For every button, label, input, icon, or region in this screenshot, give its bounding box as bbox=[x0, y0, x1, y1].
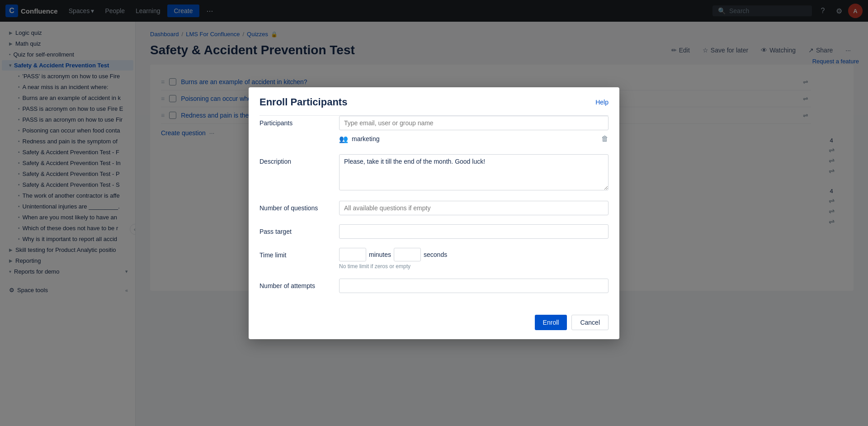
time-limit-inputs: 10 minutes 0 seconds bbox=[339, 248, 609, 261]
num-attempts-row: Number of attempts 2 bbox=[259, 279, 609, 293]
minutes-label: minutes bbox=[369, 251, 391, 258]
num-attempts-control: 2 bbox=[339, 279, 609, 293]
description-row: Description Please, take it till the end… bbox=[259, 154, 609, 192]
num-attempts-label: Number of attempts bbox=[259, 279, 332, 289]
modal-header: Enroll Participants Help bbox=[249, 87, 619, 115]
time-limit-row: Time limit 10 minutes 0 seconds No time … bbox=[259, 248, 609, 270]
num-questions-input[interactable] bbox=[339, 201, 609, 215]
modal-body: Participants 👥 marketing 🗑 Description P… bbox=[249, 116, 619, 309]
modal-overlay[interactable]: Enroll Participants Help Participants 👥 … bbox=[0, 0, 868, 426]
num-questions-label: Number of questions bbox=[259, 201, 332, 212]
modal-footer: Enroll Cancel bbox=[249, 309, 619, 339]
participants-input[interactable] bbox=[339, 116, 609, 130]
time-limit-label: Time limit bbox=[259, 248, 332, 259]
pass-target-input[interactable]: 7 bbox=[339, 224, 609, 239]
participants-label: Participants bbox=[259, 116, 332, 127]
num-questions-control bbox=[339, 201, 609, 215]
cancel-button[interactable]: Cancel bbox=[571, 315, 609, 330]
description-control: Please, take it till the end of the mont… bbox=[339, 154, 609, 192]
pass-target-label: Pass target bbox=[259, 224, 332, 235]
participant-tag: 👥 marketing 🗑 bbox=[339, 133, 609, 145]
pass-target-row: Pass target 7 bbox=[259, 224, 609, 239]
num-questions-row: Number of questions bbox=[259, 201, 609, 215]
participants-row: Participants 👥 marketing 🗑 bbox=[259, 116, 609, 145]
time-limit-control: 10 minutes 0 seconds No time limit if ze… bbox=[339, 248, 609, 270]
description-label: Description bbox=[259, 154, 332, 165]
participant-name: marketing bbox=[352, 135, 598, 142]
num-attempts-input[interactable]: 2 bbox=[339, 279, 609, 293]
modal-title: Enroll Participants bbox=[259, 96, 347, 108]
time-minutes-input[interactable]: 10 bbox=[339, 248, 366, 261]
time-seconds-input[interactable]: 0 bbox=[394, 248, 421, 261]
pass-target-control: 7 bbox=[339, 224, 609, 239]
modal-help-link[interactable]: Help bbox=[595, 99, 609, 106]
description-textarea[interactable]: Please, take it till the end of the mont… bbox=[339, 154, 609, 190]
enroll-modal: Enroll Participants Help Participants 👥 … bbox=[249, 87, 619, 339]
delete-participant-icon[interactable]: 🗑 bbox=[601, 135, 609, 143]
group-icon: 👥 bbox=[339, 135, 348, 143]
seconds-label: seconds bbox=[424, 251, 447, 258]
time-hint: No time limit if zeros or empty bbox=[339, 263, 609, 270]
enroll-button[interactable]: Enroll bbox=[535, 315, 567, 330]
participants-control: 👥 marketing 🗑 bbox=[339, 116, 609, 145]
